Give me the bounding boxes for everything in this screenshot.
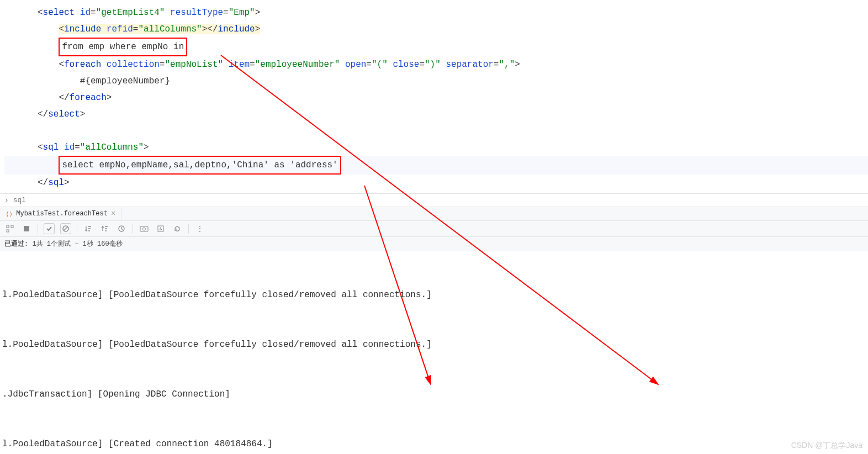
code-line: <include refid="allColumns"></include>: [4, 21, 868, 38]
close-icon[interactable]: ×: [111, 209, 115, 218]
svg-point-8: [143, 228, 146, 230]
sort-up-icon[interactable]: [99, 223, 110, 234]
code-line: <select id="getEmpList4" resultType="Emp…: [4, 4, 868, 21]
console-output[interactable]: l.PooledDataSource] [PooledDataSource fo…: [0, 251, 868, 454]
code-line: select empNo,empName,sal,deptno,'China' …: [4, 156, 868, 175]
sort-down-icon[interactable]: [83, 223, 94, 234]
console-line: l.PooledDataSource] [PooledDataSource fo…: [0, 287, 868, 303]
code-line: </foreach>: [4, 89, 868, 106]
code-line: [4, 123, 868, 139]
stop-icon[interactable]: [21, 223, 32, 234]
code-line: <foreach collection="empNoList" item="em…: [4, 56, 868, 73]
watermark: CSDN @丁总学Java: [791, 441, 862, 451]
run-toolbar: ⋮: [0, 221, 868, 237]
test-icon: ⟨⟩: [6, 210, 13, 218]
settings-icon[interactable]: [4, 223, 15, 234]
code-line: #{employeeNumber}: [4, 73, 868, 89]
svg-rect-1: [11, 225, 13, 228]
code-line: </select>: [4, 106, 868, 123]
code-line: from emp where empNo in: [4, 38, 868, 56]
svg-rect-2: [7, 230, 9, 232]
console-line: l.PooledDataSource] [Created connection …: [0, 436, 868, 452]
clock-icon[interactable]: [116, 223, 127, 234]
separator: [133, 224, 133, 234]
svg-line-5: [63, 226, 68, 231]
chevron-icon: ›: [4, 196, 9, 204]
check-icon[interactable]: [44, 223, 55, 234]
export-icon[interactable]: [155, 223, 166, 234]
svg-rect-0: [7, 225, 9, 228]
svg-rect-7: [140, 226, 148, 231]
separator: [188, 224, 189, 234]
tab-label: MybatisTest.foreachTest: [16, 210, 108, 218]
separator: [77, 224, 77, 234]
console-line: .JdbcTransaction] [Opening JDBC Connecti…: [0, 386, 868, 403]
annotation-box-2: select empNo,empName,sal,deptno,'China' …: [59, 156, 341, 175]
run-tab[interactable]: ⟨⟩ MybatisTest.foreachTest ×: [0, 207, 121, 220]
rerun-icon[interactable]: [172, 223, 183, 234]
run-tab-bar: ⟨⟩ MybatisTest.foreachTest ×: [0, 207, 868, 221]
console-line: l.PooledDataSource] [PooledDataSource fo…: [0, 336, 868, 353]
code-line: </sql>: [4, 175, 868, 191]
annotation-box-1: from emp where empNo in: [59, 38, 187, 56]
nosign-icon[interactable]: [60, 223, 71, 234]
camera-icon[interactable]: [139, 223, 150, 234]
breadcrumb-item[interactable]: sql: [13, 196, 26, 204]
test-status-bar: 已通过: 1共 1个测试 – 1秒 160毫秒: [0, 237, 868, 251]
code-editor[interactable]: <select id="getEmpList4" resultType="Emp…: [0, 0, 868, 191]
svg-rect-3: [24, 226, 29, 231]
breadcrumb[interactable]: › sql: [0, 193, 868, 207]
separator: [38, 224, 38, 234]
more-icon[interactable]: ⋮: [194, 223, 205, 234]
code-line: <sql id="allColumns">: [4, 139, 868, 156]
